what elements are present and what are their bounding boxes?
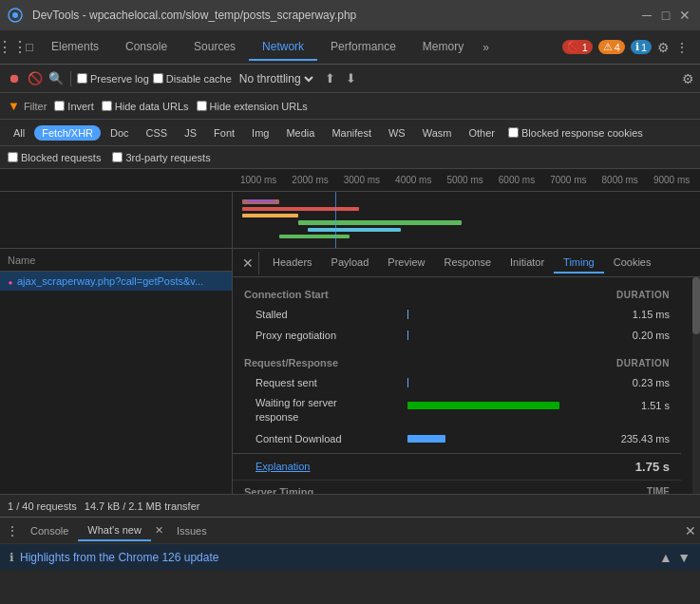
window-controls: ─ □ ✕: [639, 8, 692, 23]
hide-data-urls-checkbox[interactable]: Hide data URLs: [102, 101, 189, 112]
bottom-tab-whats-new[interactable]: What's new: [78, 520, 151, 541]
wf-bar-5: [308, 228, 401, 232]
svg-point-1: [12, 12, 18, 18]
titlebar: DevTools - wpcachelocal.com/slow_temp/po…: [0, 0, 700, 30]
request-count: 1 / 40 requests: [8, 500, 77, 512]
whats-new-close-icon[interactable]: ✕: [151, 524, 167, 537]
close-button[interactable]: ✕: [677, 8, 692, 23]
third-party-input[interactable]: [112, 152, 123, 162]
devtools-more-icon[interactable]: ⋮: [675, 40, 689, 55]
preserve-log-checkbox[interactable]: Preserve log: [77, 73, 149, 85]
record-button[interactable]: ⏺: [6, 70, 23, 87]
requests-panel: Name ⬥ ajax_scraperway.php?call=getPosts…: [0, 249, 233, 494]
detail-tab-headers[interactable]: Headers: [263, 253, 322, 274]
warning-badge[interactable]: ⚠ 4: [598, 40, 625, 54]
waiting-bar: [407, 402, 559, 409]
tick-2000: 2000 ms: [284, 175, 335, 185]
name-column-header: Name: [8, 255, 35, 266]
disable-cache-checkbox[interactable]: Disable cache: [153, 73, 232, 85]
stalled-tick: [407, 310, 408, 319]
search-button[interactable]: 🔍: [47, 70, 65, 87]
detail-tab-preview[interactable]: Preview: [378, 253, 434, 274]
detail-tab-cookies[interactable]: Cookies: [604, 253, 661, 274]
proxy-row: Proxy negotiation 0.20 ms: [233, 325, 681, 346]
pill-fetch-xhr[interactable]: Fetch/XHR: [34, 125, 101, 141]
blocked-requests-row: Blocked requests 3rd-party requests: [0, 146, 700, 169]
info-badge[interactable]: ℹ 1: [631, 40, 652, 54]
bottom-tab-right: ✕: [685, 523, 696, 538]
request-sent-tick: [407, 378, 408, 387]
wf-bar-3: [242, 214, 298, 217]
maximize-button[interactable]: □: [658, 8, 673, 23]
blocked-requests-checkbox[interactable]: Blocked requests: [8, 152, 101, 163]
pill-manifest[interactable]: Manifest: [324, 125, 379, 141]
timing-scrollbar-thumb[interactable]: [692, 277, 700, 334]
blocked-response-cookies-checkbox[interactable]: Blocked response cookies: [508, 127, 643, 139]
waterfall-left: [0, 192, 233, 248]
tab-more[interactable]: »: [477, 37, 495, 58]
network-settings-icon[interactable]: ⚙: [682, 71, 694, 86]
content-download-bar: [407, 435, 445, 443]
blocked-cookies-input[interactable]: [508, 127, 519, 138]
stalled-row: Stalled 1.15 ms: [233, 304, 681, 325]
network-toolbar: ⏺ 🚫 🔍 Preserve log Disable cache No thro…: [0, 65, 700, 93]
proxy-bar-area: [407, 330, 603, 341]
detail-tab-payload[interactable]: Payload: [322, 253, 379, 274]
download-icon[interactable]: ⬇: [343, 70, 360, 87]
timing-scroll-container: Connection Start DURATION Stalled 1.15 m…: [233, 277, 700, 494]
tab-performance[interactable]: Performance: [317, 34, 409, 61]
pill-font[interactable]: Font: [206, 125, 242, 141]
preserve-log-input[interactable]: [77, 73, 87, 84]
tab-sources[interactable]: Sources: [180, 34, 249, 61]
hide-extension-urls-checkbox[interactable]: Hide extension URLs: [197, 101, 308, 112]
devtools-settings-icon[interactable]: ⚙: [657, 40, 670, 55]
disable-cache-input[interactable]: [153, 73, 163, 84]
invert-input[interactable]: [54, 101, 65, 111]
pill-js[interactable]: JS: [177, 125, 204, 141]
pill-css[interactable]: CSS: [139, 125, 176, 141]
requests-header: Name: [0, 249, 232, 272]
table-row[interactable]: ⬥ ajax_scraperway.php?call=getPosts&v...: [0, 272, 232, 291]
pill-wasm[interactable]: Wasm: [415, 125, 460, 141]
explanation-link[interactable]: Explanation: [255, 461, 311, 472]
error-badge[interactable]: 🚫 1: [562, 40, 593, 54]
whats-new-scroll-down[interactable]: ▼: [677, 550, 691, 565]
detail-tab-initiator[interactable]: Initiator: [501, 253, 554, 274]
pill-other[interactable]: Other: [461, 125, 502, 141]
invert-checkbox[interactable]: Invert: [54, 101, 94, 112]
main-area: Name ⬥ ajax_scraperway.php?call=getPosts…: [0, 249, 700, 494]
whats-new-bar: ℹ Highlights from the Chrome 126 update …: [0, 543, 700, 570]
pill-doc[interactable]: Doc: [103, 125, 137, 141]
bottom-menu-icon[interactable]: ⋮: [4, 522, 21, 539]
devtools-menu-icon[interactable]: ⋮⋮: [4, 39, 21, 56]
timing-scrollbar[interactable]: [692, 277, 700, 494]
bottom-tab-console[interactable]: Console: [21, 521, 78, 540]
third-party-checkbox[interactable]: 3rd-party requests: [112, 152, 210, 163]
tick-9000: 9000 ms: [646, 175, 697, 185]
tab-memory[interactable]: Memory: [409, 34, 477, 61]
pill-img[interactable]: Img: [244, 125, 276, 141]
detail-tab-response[interactable]: Response: [434, 253, 501, 274]
wf-bar-7: [247, 199, 275, 202]
detail-tab-timing[interactable]: Timing: [554, 253, 604, 274]
tab-elements[interactable]: Elements: [38, 34, 112, 61]
pill-ws[interactable]: WS: [381, 125, 413, 141]
throttle-select[interactable]: No throttling: [236, 71, 316, 86]
detail-close-button[interactable]: ✕: [236, 252, 259, 274]
panel-close-icon[interactable]: ✕: [685, 523, 696, 538]
upload-icon[interactable]: ⬆: [322, 70, 339, 87]
tab-console[interactable]: Console: [112, 34, 180, 61]
tab-network[interactable]: Network: [249, 34, 317, 61]
bottom-tab-issues[interactable]: Issues: [167, 521, 217, 540]
pill-media[interactable]: Media: [278, 125, 322, 141]
hide-data-urls-input[interactable]: [102, 101, 112, 111]
clear-button[interactable]: 🚫: [27, 70, 44, 87]
pill-all[interactable]: All: [6, 125, 32, 141]
hide-extension-urls-input[interactable]: [197, 101, 207, 111]
whats-new-text: Highlights from the Chrome 126 update: [20, 551, 218, 564]
blocked-requests-input[interactable]: [8, 152, 18, 162]
minimize-button[interactable]: ─: [639, 8, 654, 23]
tick-1000: 1000 ms: [233, 175, 284, 185]
drawer-icon[interactable]: □: [21, 39, 38, 56]
whats-new-scroll-up[interactable]: ▲: [659, 550, 672, 565]
